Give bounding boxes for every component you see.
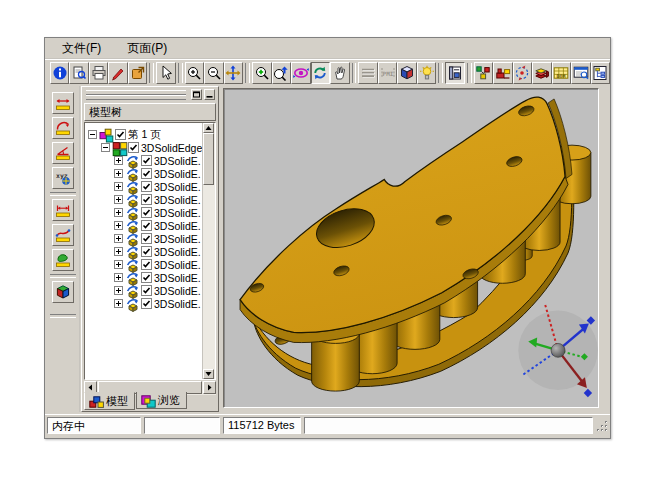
visibility-checkbox[interactable] (128, 142, 139, 153)
select-button[interactable] (156, 62, 175, 84)
assembly-tool-button[interactable] (493, 62, 512, 84)
collapse-icon[interactable] (88, 130, 97, 139)
visibility-checkbox[interactable] (141, 168, 152, 179)
tab-browse[interactable]: 浏览 (136, 392, 187, 409)
panel-restore-button[interactable] (191, 89, 202, 100)
measure-distance-button[interactable] (52, 199, 74, 221)
orientation-gizmo[interactable] (518, 305, 598, 398)
animation-button[interactable] (513, 62, 532, 84)
measure-volume-button[interactable] (52, 281, 74, 303)
zoom-window-icon (254, 65, 270, 81)
tab-label: 模型 (106, 394, 128, 409)
structure-tree-button[interactable] (591, 62, 610, 84)
expand-icon[interactable] (114, 195, 123, 204)
tree-item[interactable]: 3DSolidE. (85, 297, 216, 310)
visibility-checkbox[interactable] (141, 298, 152, 309)
dim-linear-icon (55, 95, 71, 111)
visibility-checkbox[interactable] (141, 194, 152, 205)
tree-item[interactable]: 3DSolidE. (85, 258, 216, 271)
expand-icon[interactable] (114, 299, 123, 308)
pan-icon (225, 65, 241, 81)
tree-item[interactable]: 3DSolidE. (85, 206, 216, 219)
spin-view-button[interactable] (311, 62, 330, 84)
tree-item[interactable]: 3DSolidE. (85, 245, 216, 258)
measure-curve-button[interactable] (52, 224, 74, 246)
tree-vertical-scrollbar[interactable] (202, 123, 215, 379)
bom-icon: BOM (553, 65, 569, 81)
lighting-button[interactable] (417, 62, 436, 84)
sections-button[interactable] (358, 62, 377, 84)
measure-xyz-button[interactable]: xyz (52, 167, 74, 189)
visibility-checkbox[interactable] (141, 220, 152, 231)
tree-item[interactable]: 3DSolidE. (85, 193, 216, 206)
expand-icon[interactable] (114, 273, 123, 282)
tree-item[interactable]: 3DSolidE. (85, 232, 216, 245)
menu-page[interactable]: 页面(P) (120, 38, 174, 59)
expand-icon[interactable] (114, 260, 123, 269)
visibility-checkbox[interactable] (141, 181, 152, 192)
report-button[interactable] (571, 62, 590, 84)
explode-button[interactable] (474, 62, 493, 84)
measure-radius-button[interactable] (52, 117, 74, 139)
scroll-up-button[interactable] (203, 123, 214, 133)
export-button[interactable] (128, 62, 147, 84)
file-preview-button[interactable] (69, 62, 88, 84)
expand-icon[interactable] (114, 247, 123, 256)
scroll-down-button[interactable] (203, 369, 214, 379)
tree-item[interactable]: 第 1 页 (85, 128, 205, 141)
zoom-window-button[interactable] (252, 62, 271, 84)
visibility-checkbox[interactable] (141, 233, 152, 244)
zoom-out-button[interactable] (204, 62, 223, 84)
bom-button[interactable]: BOM (552, 62, 571, 84)
menu-file[interactable]: 文件(F) (55, 38, 108, 59)
visibility-checkbox[interactable] (141, 246, 152, 257)
tree-item[interactable]: 3DSolidE. (85, 219, 216, 232)
part-stack-button[interactable] (532, 62, 551, 84)
view-orientation-button[interactable] (397, 62, 416, 84)
measure-linear-button[interactable] (52, 92, 74, 114)
part-icon (125, 232, 139, 246)
visibility-checkbox[interactable] (141, 259, 152, 270)
expand-icon[interactable] (114, 208, 123, 217)
tree-item[interactable]: 3DSolidEdge. (85, 141, 216, 154)
zoom-in-button[interactable] (185, 62, 204, 84)
visibility-checkbox[interactable] (141, 285, 152, 296)
tree-item[interactable]: 3DSolidE. (85, 271, 216, 284)
measure-angle-button[interactable] (52, 142, 74, 164)
viewport-3d[interactable] (223, 88, 599, 408)
tree-item[interactable]: 3DSolidE. (85, 180, 216, 193)
panel-hide-button[interactable] (204, 89, 215, 100)
markup-button[interactable] (108, 62, 127, 84)
tree-item[interactable]: 3DSolidE. (85, 284, 216, 297)
collapse-icon[interactable] (101, 143, 110, 152)
expand-icon[interactable] (114, 182, 123, 191)
expand-icon[interactable] (114, 221, 123, 230)
expand-icon[interactable] (114, 156, 123, 165)
panel-toggle-button[interactable] (445, 62, 464, 84)
rotate-view-button[interactable] (291, 62, 310, 84)
pan-hand-button[interactable] (330, 62, 349, 84)
tree-item[interactable]: 3DSolidE. (85, 167, 216, 180)
visibility-checkbox[interactable] (141, 155, 152, 166)
resize-grip-icon[interactable] (596, 417, 609, 434)
tab-model[interactable]: 模型 (84, 392, 135, 410)
expand-icon[interactable] (114, 234, 123, 243)
tree-item-label: 3DSolidE. (154, 207, 201, 219)
panel-grip[interactable] (82, 87, 218, 102)
visibility-checkbox[interactable] (141, 207, 152, 218)
tree-item[interactable]: 3DSolidE. (85, 154, 216, 167)
expand-icon[interactable] (114, 286, 123, 295)
measure-area-button[interactable] (52, 249, 74, 271)
fit-pan-button[interactable] (224, 62, 243, 84)
zoom-orbit-button[interactable] (272, 62, 291, 84)
pmi-button[interactable]: PMI (378, 62, 397, 84)
scrollbar-thumb[interactable] (203, 133, 214, 185)
visibility-checkbox[interactable] (141, 272, 152, 283)
info-button[interactable] (50, 62, 69, 84)
toolbar-separator (50, 314, 76, 318)
scroll-right-button[interactable] (203, 381, 216, 394)
model-tree: 第 1 页3DSolidEdge.3DSolidE.3DSolidE.3DSol… (84, 122, 216, 380)
visibility-checkbox[interactable] (115, 129, 126, 140)
print-button[interactable] (89, 62, 108, 84)
expand-icon[interactable] (114, 169, 123, 178)
